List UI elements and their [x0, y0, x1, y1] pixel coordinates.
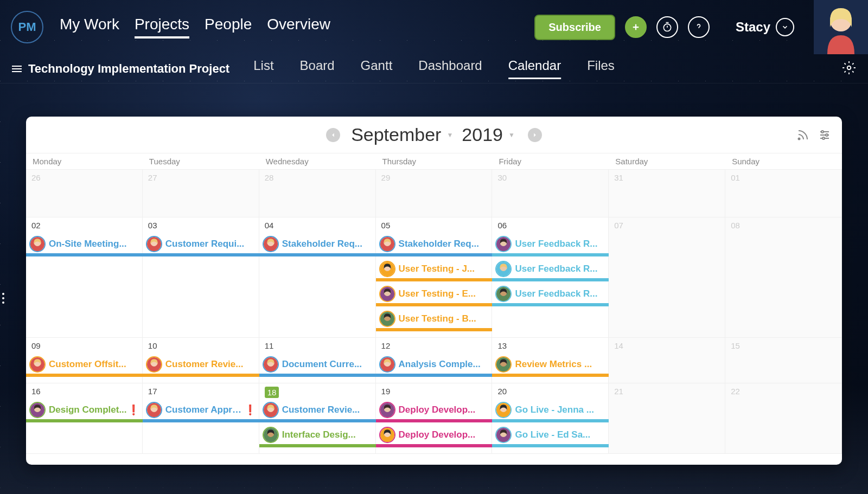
event-avatar [495, 261, 512, 277]
calendar-event[interactable]: Go Live - Ed Sa... [492, 425, 609, 445]
gear-icon [842, 61, 856, 75]
calendar-event[interactable]: User Testing - J... [376, 259, 493, 279]
logo[interactable]: PM [11, 11, 43, 43]
event-label: Customer Offsit... [49, 359, 143, 370]
day-cell[interactable]: 30 [492, 170, 609, 217]
day-cell[interactable]: 22 [725, 383, 842, 453]
calendar-event[interactable]: Design Complet...❗ [26, 400, 143, 420]
chevron-right-icon [531, 131, 539, 139]
calendar-event[interactable]: User Feedback R... [492, 259, 609, 279]
day-cell[interactable]: 29 [376, 170, 493, 217]
event-label: Customer Revie... [165, 359, 259, 370]
day-cell[interactable]: 28 [259, 170, 376, 217]
calendar-event[interactable]: On-Site Meeting... [26, 234, 143, 254]
event-avatar [29, 356, 46, 373]
calendar-event[interactable]: Stakeholder Req... [259, 234, 376, 254]
flag-icon: ❗ [244, 404, 256, 416]
event-avatar [263, 402, 279, 418]
day-number: 27 [148, 173, 157, 182]
tab-calendar[interactable]: Calendar [508, 58, 561, 79]
day-cell[interactable]: 15 [725, 338, 842, 383]
svg-point-0 [663, 24, 671, 31]
calendar-event[interactable]: Stakeholder Req... [376, 234, 493, 254]
calendar-event[interactable]: Go Live - Jenna ... [492, 400, 609, 420]
next-month-button[interactable] [528, 128, 542, 142]
nav-link-overview[interactable]: Overview [267, 16, 330, 39]
day-cell[interactable]: 26 [26, 170, 143, 217]
year-selector[interactable]: 2019 [462, 124, 503, 145]
event-label: Stakeholder Req... [399, 239, 493, 249]
day-number: 16 [31, 387, 41, 396]
calendar-event[interactable]: User Feedback R... [492, 284, 609, 304]
day-cell[interactable]: 07 [609, 217, 725, 337]
nav-link-people[interactable]: People [205, 16, 252, 39]
tab-list[interactable]: List [253, 58, 273, 79]
calendar-event[interactable]: Customer Offsit... [26, 354, 143, 375]
day-number: 04 [265, 221, 274, 230]
day-cell[interactable]: 14 [609, 338, 725, 383]
event-avatar [146, 402, 162, 418]
event-avatar [263, 427, 279, 443]
calendar-event[interactable]: Interface Desig... [259, 425, 376, 445]
event-avatar [29, 402, 46, 418]
day-header: Friday [492, 153, 609, 169]
filter-icon[interactable] [818, 129, 831, 142]
chevron-down-icon [781, 23, 789, 31]
calendar-event[interactable]: Document Curre... [259, 354, 376, 375]
day-cell[interactable]: 27 [143, 170, 259, 217]
menu-toggle[interactable] [12, 66, 22, 72]
event-avatar [379, 311, 395, 327]
rss-icon[interactable] [796, 129, 809, 142]
avatar[interactable] [814, 0, 868, 54]
day-number: 26 [31, 173, 41, 182]
day-header: Thursday [376, 153, 493, 169]
day-number: 18 [265, 387, 279, 398]
prev-month-button[interactable] [326, 128, 340, 142]
calendar-event[interactable]: Deploy Develop... [376, 400, 493, 420]
month-selector[interactable]: September [351, 124, 441, 145]
calendar-event[interactable]: User Feedback R... [492, 234, 609, 254]
day-number: 29 [381, 173, 391, 182]
subscribe-button[interactable]: Subscribe [534, 15, 615, 40]
event-avatar [379, 402, 395, 418]
calendar-event[interactable]: Customer Revie... [259, 400, 376, 420]
day-header: Tuesday [143, 153, 259, 169]
day-number: 05 [381, 221, 391, 230]
day-number: 03 [148, 221, 157, 230]
day-number: 01 [731, 173, 740, 182]
event-label: On-Site Meeting... [49, 239, 143, 249]
calendar-card: September ▼ 2019 ▼ MondayTuesdayWednesda… [26, 117, 842, 465]
tab-dashboard[interactable]: Dashboard [418, 58, 482, 79]
tab-files[interactable]: Files [587, 58, 615, 79]
help-button[interactable] [688, 16, 710, 38]
calendar-event[interactable]: Analysis Comple... [376, 354, 493, 375]
event-label: Analysis Comple... [399, 359, 493, 370]
calendar-event[interactable]: User Testing - E... [376, 284, 493, 304]
event-label: Review Metrics ... [515, 359, 609, 370]
calendar-event[interactable]: Customer Revie... [143, 354, 259, 375]
flag-icon: ❗ [127, 404, 139, 416]
tab-gantt[interactable]: Gantt [361, 58, 393, 79]
calendar-event[interactable]: Review Metrics ... [492, 354, 609, 375]
event-label: Customer Appro... [165, 405, 244, 415]
timer-button[interactable] [656, 16, 678, 38]
day-cell[interactable]: 21 [609, 383, 725, 453]
settings-button[interactable] [842, 61, 856, 77]
day-cell[interactable]: 31 [609, 170, 725, 217]
day-cell[interactable]: 08 [725, 217, 842, 337]
day-number: 09 [31, 341, 41, 350]
event-label: Deploy Develop... [399, 405, 493, 415]
nav-link-projects[interactable]: Projects [135, 16, 189, 39]
day-cell[interactable]: 01 [725, 170, 842, 217]
user-menu[interactable]: Stacy [736, 18, 794, 36]
calendar-event[interactable]: Customer Requi... [143, 234, 259, 254]
side-handle[interactable] [2, 293, 4, 304]
nav-link-my-work[interactable]: My Work [60, 16, 119, 39]
add-button[interactable] [625, 16, 647, 38]
calendar-event[interactable]: Customer Appro...❗ [143, 400, 259, 420]
calendar-event[interactable]: User Testing - B... [376, 309, 493, 329]
event-avatar [146, 356, 162, 373]
event-avatar [495, 402, 512, 418]
tab-board[interactable]: Board [300, 58, 335, 79]
calendar-event[interactable]: Deploy Develop... [376, 425, 493, 445]
